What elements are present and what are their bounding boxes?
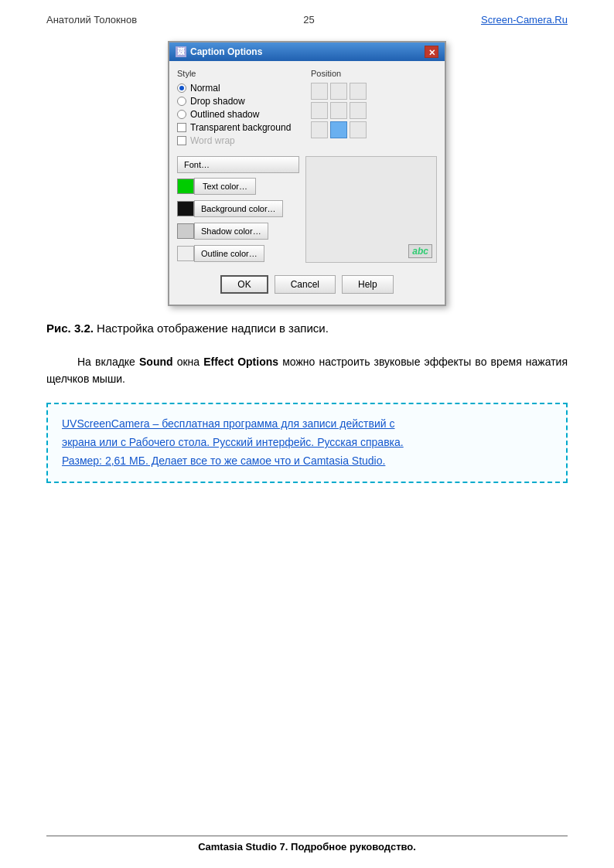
pos-cell-bc[interactable] [330, 121, 347, 138]
font-button[interactable]: Font… [177, 156, 299, 173]
outline-color-button[interactable]: Outline color… [194, 245, 264, 262]
dialog-columns: Style Normal Drop shadow Outlined shadow [177, 69, 437, 148]
figure-caption: Рис. 3.2. Настройка отображение надписи … [46, 320, 568, 338]
ok-button[interactable]: OK [220, 275, 268, 294]
radio-drop-shadow-circle[interactable] [177, 97, 186, 106]
caption-prefix: Рис. 3.2. [46, 322, 94, 335]
main-content: 🖼 Caption Options ✕ Style Normal [0, 33, 614, 529]
radio-drop-shadow-label: Drop shadow [190, 96, 245, 107]
website-link[interactable]: Screen-Camera.Ru [481, 14, 568, 26]
sound-keyword: Sound [139, 356, 173, 368]
dialog-title-icon: 🖼 [176, 46, 186, 57]
shadow-color-row: Shadow color… [177, 222, 299, 240]
checkbox-transparent-label: Transparent background [190, 122, 291, 133]
checkbox-transparent-box[interactable] [177, 123, 186, 132]
background-color-button[interactable]: Background color… [194, 200, 283, 217]
radio-outlined-shadow[interactable]: Outlined shadow [177, 109, 303, 120]
radio-normal[interactable]: Normal [177, 83, 303, 94]
outline-color-swatch [177, 246, 194, 261]
pos-cell-mr[interactable] [350, 102, 367, 119]
radio-drop-shadow[interactable]: Drop shadow [177, 96, 303, 107]
caption-options-dialog: 🖼 Caption Options ✕ Style Normal [168, 41, 446, 306]
help-button[interactable]: Help [342, 275, 394, 294]
pos-cell-tc[interactable] [330, 83, 347, 100]
highlight-line1: UVScreenCamera – бесплатная программа дл… [62, 417, 394, 430]
preview-area: abc [305, 156, 437, 263]
color-buttons-list: Font… Text color… Background color… Shad… [177, 156, 299, 263]
cancel-button[interactable]: Cancel [275, 275, 336, 294]
position-label: Position [311, 69, 437, 78]
shadow-color-swatch [177, 223, 194, 239]
pos-cell-br[interactable] [350, 121, 367, 138]
text-color-button[interactable]: Text color… [194, 178, 256, 195]
position-column: Position [311, 69, 437, 148]
dialog-title-text: Caption Options [190, 46, 262, 57]
style-column: Style Normal Drop shadow Outlined shadow [177, 69, 303, 148]
background-color-swatch [177, 201, 194, 216]
highlight-text[interactable]: UVScreenCamera – бесплатная программа дл… [62, 415, 552, 470]
position-grid[interactable] [311, 83, 437, 138]
radio-outlined-shadow-label: Outlined shadow [190, 109, 259, 120]
radio-normal-label: Normal [190, 83, 220, 94]
dialog-titlebar: 🖼 Caption Options ✕ [169, 43, 445, 61]
pos-cell-tl[interactable] [311, 83, 328, 100]
outline-color-row: Outline color… [177, 244, 299, 263]
author-name: Анатолий Толокнов [46, 14, 137, 26]
radio-outlined-shadow-circle[interactable] [177, 110, 186, 119]
footer-text: Camtasia Studio 7. Подробное руководство… [198, 841, 416, 853]
checkbox-transparent-bg[interactable]: Transparent background [177, 122, 303, 133]
dialog-close-button[interactable]: ✕ [425, 46, 438, 58]
text-color-row: Text color… [177, 177, 299, 196]
color-buttons-section: Font… Text color… Background color… Shad… [177, 156, 437, 263]
highlight-line3: Размер: 2,61 МБ. Делает все то же самое … [62, 454, 385, 467]
checkbox-word-wrap-label: Word wrap [190, 135, 235, 146]
style-label: Style [177, 69, 303, 78]
highlight-box: UVScreenCamera – бесплатная программа дл… [46, 403, 568, 482]
page-header: Анатолий Толокнов 25 Screen-Camera.Ru [0, 0, 614, 33]
preview-text: abc [408, 244, 432, 258]
dialog-footer: OK Cancel Help [177, 269, 437, 297]
pos-cell-bl[interactable] [311, 121, 328, 138]
text-color-swatch [177, 179, 194, 194]
pos-cell-mc[interactable] [330, 102, 347, 119]
dialog-body: Style Normal Drop shadow Outlined shadow [169, 61, 445, 305]
highlight-line2: экрана или с Рабочего стола. Русский инт… [62, 436, 404, 448]
effect-options-keyword: Effect Options [203, 356, 278, 368]
page-footer: Camtasia Studio 7. Подробное руководство… [46, 836, 568, 853]
page-number: 25 [303, 14, 314, 26]
pos-cell-ml[interactable] [311, 102, 328, 119]
pos-cell-tr[interactable] [350, 83, 367, 100]
radio-normal-circle[interactable] [177, 83, 186, 93]
body-paragraph: На вкладке Sound окна Effect Options мож… [46, 353, 568, 388]
shadow-color-button[interactable]: Shadow color… [194, 223, 268, 240]
background-color-row: Background color… [177, 199, 299, 218]
checkbox-word-wrap: Word wrap [177, 135, 303, 146]
caption-text: Настройка отображение надписи в записи. [94, 322, 329, 335]
dialog-screenshot: 🖼 Caption Options ✕ Style Normal [46, 41, 568, 306]
checkbox-word-wrap-box [177, 136, 186, 145]
